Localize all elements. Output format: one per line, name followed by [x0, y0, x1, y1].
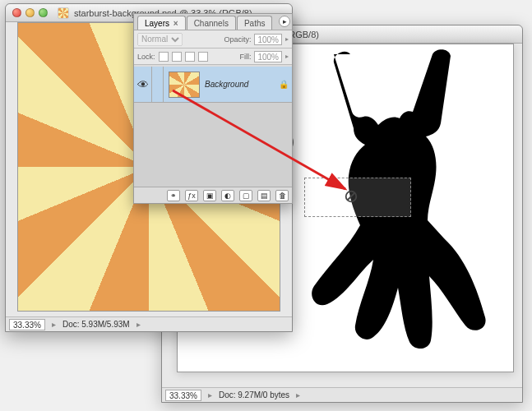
blend-mode-select[interactable]: Normal — [137, 33, 183, 46]
layer-thumbnail[interactable] — [169, 72, 200, 98]
fill-label: Fill: — [239, 53, 251, 61]
zoom-button[interactable] — [39, 8, 48, 17]
panel-footer: ⚭ ƒx ▣ ◐ ▢ ▤ 🗑 — [134, 187, 292, 203]
adjustment-layer-button[interactable]: ◐ — [221, 190, 234, 201]
lock-all-button[interactable] — [198, 52, 208, 62]
lock-transparency-button[interactable] — [159, 52, 169, 62]
tab-layers[interactable]: Layers × — [137, 16, 186, 30]
not-allowed-cursor-icon — [344, 189, 359, 204]
fill-field[interactable]: 100% — [254, 51, 282, 62]
layer-name[interactable]: Background — [205, 80, 275, 89]
layers-panel[interactable]: Layers × Channels Paths ▸ Normal Opacity… — [133, 13, 293, 204]
opacity-field[interactable]: 100% — [254, 34, 282, 45]
lock-fill-row: Lock: Fill: 100% ▸ — [134, 48, 292, 65]
chevron-right-icon[interactable]: ▸ — [285, 35, 289, 43]
svg-line-1 — [348, 193, 355, 201]
layer-mask-button[interactable]: ▣ — [203, 190, 216, 201]
link-cell[interactable] — [152, 67, 164, 102]
opacity-label: Opacity: — [224, 35, 251, 44]
panel-tabs[interactable]: Layers × Channels Paths ▸ — [134, 14, 292, 30]
panel-menu-button[interactable]: ▸ — [279, 16, 290, 27]
tab-close-icon[interactable]: × — [172, 19, 178, 28]
statusbar: 33.33% ▸ Doc: 9.27M/0 bytes ▸ — [162, 387, 522, 402]
doc-size: Doc: 5.93M/5.93M — [62, 320, 130, 329]
lock-icon: 🔒 — [275, 80, 292, 89]
blend-opacity-row: Normal Opacity: 100% ▸ — [134, 30, 292, 48]
zoom-field[interactable]: 33.33% — [165, 390, 201, 401]
close-button[interactable] — [12, 8, 21, 17]
doc-size: Doc: 9.27M/0 bytes — [219, 390, 289, 399]
minimize-button[interactable] — [25, 8, 35, 17]
eye-icon: 👁 — [137, 78, 149, 91]
lock-label: Lock: — [137, 53, 155, 61]
window-controls[interactable] — [12, 8, 48, 17]
link-layers-button[interactable]: ⚭ — [167, 190, 180, 201]
lock-position-button[interactable] — [185, 52, 195, 62]
chevron-right-icon[interactable]: ▸ — [285, 53, 289, 60]
layers-list[interactable]: 👁 Background 🔒 — [134, 67, 292, 187]
lock-pixels-button[interactable] — [172, 52, 182, 62]
layer-row[interactable]: 👁 Background 🔒 — [134, 67, 292, 103]
tab-channels[interactable]: Channels — [187, 16, 236, 30]
statusbar: 33.33% ▸ Doc: 5.93M/5.93M ▸ — [6, 316, 292, 331]
new-layer-button[interactable]: ▤ — [257, 190, 271, 201]
document-icon — [58, 7, 69, 19]
delete-layer-button[interactable]: 🗑 — [275, 190, 289, 201]
zoom-field[interactable]: 33.33% — [9, 319, 45, 330]
visibility-toggle[interactable]: 👁 — [134, 67, 152, 102]
group-button[interactable]: ▢ — [239, 190, 252, 201]
tab-paths[interactable]: Paths — [237, 16, 273, 30]
layer-style-button[interactable]: ƒx — [185, 190, 198, 201]
